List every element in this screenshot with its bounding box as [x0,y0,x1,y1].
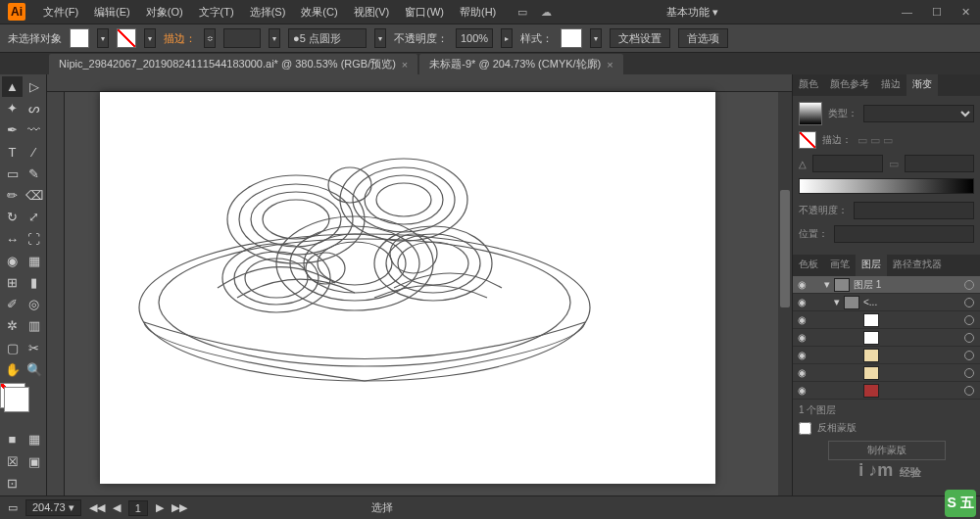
menu-select[interactable]: 选择(S) [242,5,294,20]
tab-gradient[interactable]: 渐变 [906,74,938,96]
fill-dropdown[interactable]: ▾ [97,28,109,48]
column-graph-tool[interactable]: ▥ [24,315,44,336]
close-button[interactable]: ✕ [952,6,980,19]
type-tool[interactable]: T [2,142,23,163]
artboard-tool[interactable]: ▢ [2,338,23,358]
menu-object[interactable]: 对象(O) [138,5,191,20]
stroke-dropdown[interactable]: ▾ [144,28,156,48]
width-tool[interactable]: ↔ [2,229,23,250]
fill-swatch[interactable] [70,28,89,48]
curvature-tool[interactable]: 〰 [24,119,44,140]
pencil-tool[interactable]: ✏ [2,185,23,206]
artboard-nav-icon[interactable]: ▭ [8,501,18,514]
selection-tool[interactable]: ▲ [2,76,23,97]
magic-wand-tool[interactable]: ✦ [2,98,23,118]
invert-mask-checkbox[interactable] [799,422,811,435]
eraser-tool[interactable]: ⌫ [24,185,44,206]
artboard[interactable] [100,92,715,484]
maximize-button[interactable]: ☐ [922,6,952,19]
workspace-switcher[interactable]: 基本功能 ▾ [666,5,777,20]
close-icon[interactable]: × [607,59,612,71]
gradient-stroke-swatch[interactable] [799,131,816,149]
screen-mode[interactable]: ▣ [24,451,44,472]
eyedropper-tool[interactable]: ✐ [2,294,23,314]
menu-help[interactable]: 帮助(H) [452,5,504,20]
search-icon[interactable]: ▭ [517,6,527,19]
cloud-icon[interactable]: ☁ [541,6,552,19]
visibility-icon[interactable]: ◉ [793,367,810,378]
paintbrush-tool[interactable]: ✎ [24,164,44,184]
minimize-button[interactable]: — [892,6,922,19]
menu-window[interactable]: 窗口(W) [397,5,452,20]
page-input[interactable]: 1 [128,500,148,516]
tab-color-guide[interactable]: 颜色参考 [824,74,875,96]
shape-builder-tool[interactable]: ◉ [2,251,23,271]
menu-effect[interactable]: 效果(C) [293,5,345,20]
brush-dropdown[interactable]: ▾ [374,28,386,48]
doc-tab-2[interactable]: 未标题-9* @ 204.73% (CMYK/轮廓)× [419,54,622,74]
slice-tool[interactable]: ✂ [24,338,44,358]
line-tool[interactable]: ∕ [24,142,44,163]
tab-brushes[interactable]: 画笔 [824,255,856,276]
color-mode[interactable]: ■ [2,429,23,449]
zoom-tool[interactable]: 🔍 [24,359,44,380]
style-dropdown[interactable]: ▾ [590,28,602,48]
pen-tool[interactable]: ✒ [2,119,23,140]
gradient-preview[interactable] [799,102,822,125]
stroke-weight-dropdown[interactable]: ▾ [269,28,280,48]
page-next-one-icon[interactable]: ▶ [156,501,164,514]
artboard-viewport[interactable] [65,92,792,495]
stroke-stepper[interactable]: ≎ [204,28,216,48]
visibility-icon[interactable]: ◉ [793,332,810,343]
fill-stroke-control[interactable] [2,385,44,428]
gradient-mode[interactable]: ▦ [24,429,44,449]
menu-view[interactable]: 视图(V) [346,5,398,20]
rotate-tool[interactable]: ↻ [2,207,23,227]
zoom-field[interactable]: 204.73 ▾ [25,499,81,516]
lasso-tool[interactable]: ᔕ [24,98,44,118]
opacity-input[interactable] [456,28,493,48]
layer-row[interactable]: ◉ [793,311,980,329]
opacity-dropdown[interactable]: ▸ [501,28,513,48]
tab-swatches[interactable]: 色板 [793,255,824,276]
page-next-icon[interactable]: ▶▶ [172,501,187,514]
page-prev-icon[interactable]: ◀◀ [89,501,105,514]
visibility-icon[interactable]: ◉ [793,385,810,396]
visibility-icon[interactable]: ◉ [793,279,810,290]
scale-tool[interactable]: ⤢ [24,207,44,227]
mesh-tool[interactable]: ⊞ [2,272,23,293]
gradient-angle-input[interactable] [812,155,883,172]
grad-opacity-input[interactable] [854,202,974,219]
tab-color[interactable]: 颜色 [793,74,824,96]
gradient-slider[interactable] [799,178,974,194]
free-transform-tool[interactable]: ⛶ [24,229,44,250]
gradient-type-select[interactable] [863,105,974,122]
visibility-icon[interactable]: ◉ [793,314,810,325]
stroke-weight-input[interactable] [223,28,261,48]
ruler-horizontal[interactable] [47,74,792,92]
change-screen[interactable]: ⊡ [2,473,23,494]
layer-row[interactable]: ◉ [793,364,980,382]
doc-setup-button[interactable]: 文档设置 [610,28,670,48]
menu-edit[interactable]: 编辑(E) [86,5,138,20]
symbol-sprayer-tool[interactable]: ✲ [2,315,23,336]
tab-stroke[interactable]: 描边 [875,74,906,96]
blend-tool[interactable]: ◎ [24,294,44,314]
layer-row[interactable]: ◉ [793,382,980,400]
tab-layers[interactable]: 图层 [856,255,887,276]
layer-row[interactable]: ◉ [793,329,980,347]
scrollbar-vertical[interactable] [778,92,792,495]
ruler-vertical[interactable] [47,92,65,495]
prefs-button[interactable]: 首选项 [678,28,728,48]
layer-row[interactable]: ◉ [793,347,980,364]
tab-pathfinder[interactable]: 路径查找器 [887,255,948,276]
stroke-label[interactable]: 描边： [164,31,196,46]
perspective-tool[interactable]: ▦ [24,251,44,271]
none-mode[interactable]: ☒ [2,451,23,472]
hand-tool[interactable]: ✋ [2,359,23,380]
style-swatch[interactable] [561,28,582,48]
visibility-icon[interactable]: ◉ [793,297,810,307]
layer-row-top[interactable]: ◉ ▾ 图层 1 [793,276,980,294]
brush-profile-select[interactable]: ● 5 点圆形 [288,28,367,48]
artwork-outline[interactable] [100,92,629,425]
